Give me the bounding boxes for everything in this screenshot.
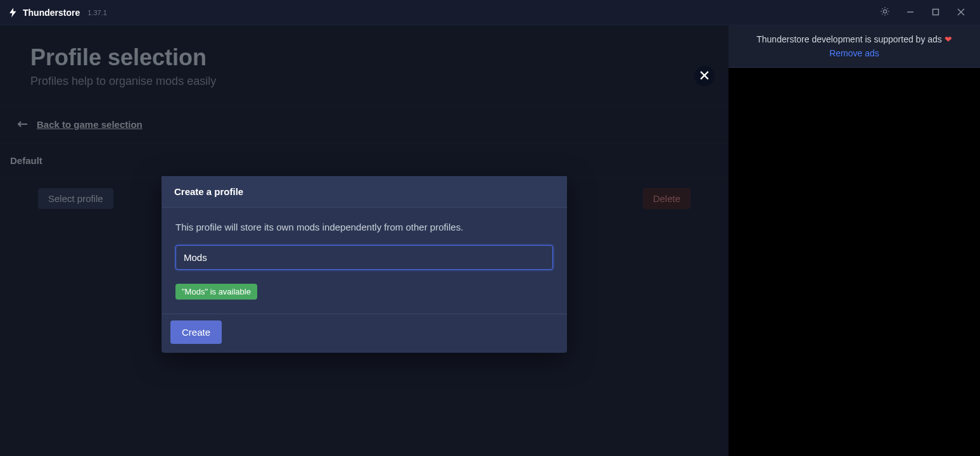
arrow-left-icon xyxy=(18,119,28,130)
svg-rect-10 xyxy=(933,9,939,15)
profile-name-input[interactable] xyxy=(175,245,553,270)
window-controls xyxy=(874,3,972,23)
titlebar: Thunderstore 1.37.1 xyxy=(0,0,980,25)
minimize-icon xyxy=(907,7,914,18)
back-link[interactable]: Back to game selection xyxy=(18,119,143,130)
svg-line-7 xyxy=(882,13,882,14)
heart-icon: ❤ xyxy=(945,34,952,44)
theme-toggle-button[interactable] xyxy=(874,3,896,23)
minimize-button[interactable] xyxy=(899,3,922,23)
maximize-icon xyxy=(932,7,939,18)
modal-description: This profile will store its own mods ind… xyxy=(175,222,553,232)
create-profile-modal: Create a profile This profile will store… xyxy=(162,176,567,353)
profile-name: Default xyxy=(10,155,42,166)
back-link-label: Back to game selection xyxy=(37,119,143,130)
main-container: Profile selection Profiles help to organ… xyxy=(0,25,980,456)
delete-profile-button[interactable]: Delete xyxy=(643,188,690,209)
titlebar-left: Thunderstore 1.37.1 xyxy=(8,7,107,18)
modal-footer: Create xyxy=(162,314,567,353)
svg-line-4 xyxy=(888,13,888,14)
page-subtitle: Profiles help to organise mods easily xyxy=(30,75,698,88)
select-profile-button[interactable]: Select profile xyxy=(38,188,113,209)
ad-banner: Thunderstore development is supported by… xyxy=(729,25,980,68)
thunderstore-icon xyxy=(8,7,19,18)
close-icon xyxy=(957,7,965,18)
modal-title: Create a profile xyxy=(162,176,567,208)
close-button[interactable] xyxy=(950,3,972,23)
header-section: Profile selection Profiles help to organ… xyxy=(0,25,729,106)
svg-line-8 xyxy=(888,8,888,9)
remove-ads-link[interactable]: Remove ads xyxy=(741,48,967,58)
svg-line-3 xyxy=(882,8,882,9)
profile-row-default[interactable]: Default xyxy=(0,144,729,178)
modal-body: This profile will store its own mods ind… xyxy=(162,208,567,314)
ad-message: Thunderstore development is supported by… xyxy=(756,34,942,44)
modal-close-button[interactable] xyxy=(694,66,715,86)
create-button[interactable]: Create xyxy=(170,320,222,344)
sidebar-right: Thunderstore development is supported by… xyxy=(729,25,980,456)
x-icon xyxy=(700,70,709,83)
sun-icon xyxy=(880,6,890,19)
app-logo: Thunderstore xyxy=(8,7,80,18)
back-bar: Back to game selection xyxy=(0,106,729,144)
svg-point-0 xyxy=(883,10,886,13)
availability-status: "Mods" is available xyxy=(175,284,257,300)
page-title: Profile selection xyxy=(30,44,698,71)
main-content: Profile selection Profiles help to organ… xyxy=(0,25,729,456)
app-version: 1.37.1 xyxy=(87,9,107,16)
app-name: Thunderstore xyxy=(23,8,80,18)
maximize-button[interactable] xyxy=(924,3,947,23)
